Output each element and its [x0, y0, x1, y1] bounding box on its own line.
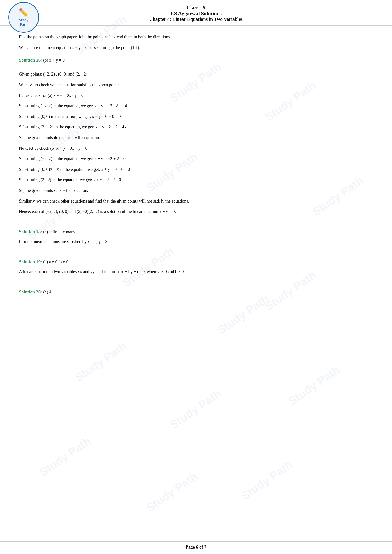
blank-line [19, 279, 373, 283]
watermark-text: Study Path [144, 470, 200, 514]
paragraph: Plot the points on the graph paper. Join… [19, 33, 373, 41]
paragraph: Substituting (0, 0)(0, 0) in the equatio… [19, 166, 373, 173]
rs-line: RS Aggarwal Solutions [149, 10, 243, 17]
paragraph: So, the given points satisfy the equatio… [19, 187, 373, 194]
blank-line [19, 219, 373, 223]
paragraph: Substituting (2, − 2) in the equation, w… [19, 123, 373, 131]
solution-answer: (d) 4 [42, 290, 51, 294]
paragraph: Similarly, we can check other equations … [19, 198, 373, 205]
blank-line [19, 249, 373, 253]
paragraph: Let us check for (a) x − y = 0x - y = 0 [19, 92, 373, 99]
solution-answer: (b) x + y = 0 [42, 58, 65, 62]
solution-label: Solution 18: [19, 229, 42, 234]
solution-answer: (a) a ≠ 0, b ≠ 0 [42, 260, 69, 264]
paragraph: We have to check which equation satisfie… [19, 81, 373, 89]
paragraph: A linear equation in two variables xx an… [19, 268, 373, 276]
paragraph: Substituting (−2, 2) in the equation, we… [19, 102, 373, 110]
page-number: Page 6 of 7 [186, 545, 206, 549]
watermark-text: Study Path [286, 363, 342, 408]
watermark-text: Study Path [239, 458, 295, 503]
paragraph: Hence, each of (−2, 2), (0, 0) and (2, −… [19, 208, 373, 215]
chapter-line: Chapter 4: Linear Equations in Two Varia… [149, 17, 243, 22]
watermark-text: Study Path [37, 434, 93, 479]
logo-text: Study Path [19, 18, 28, 27]
paragraph: Given points: (−2, 2) , (0, 0) and (2, −… [19, 71, 373, 78]
header-text: Class - 9 RS Aggarwal Solutions Chapter … [149, 4, 243, 22]
paragraph: Substituting (2,−2) in the equation, we … [19, 176, 373, 184]
solution-block: Solution 20: (d) 4 [19, 288, 373, 296]
page: Study PathStudy PathStudy PathStudy Path… [0, 0, 392, 554]
solution-block: Solution 19: (a) a ≠ 0, b ≠ 0 [19, 258, 373, 266]
paragraph: Substituting (−2, 2) in the equation, we… [19, 155, 373, 162]
page-header: ✏️ Study Path Class - 9 RS Aggarwal Solu… [0, 0, 392, 26]
main-content: Plot the points on the graph paper. Join… [0, 26, 392, 317]
paragraph: Now, let us check (b) x + y = 0x + y = 0 [19, 145, 373, 152]
watermark-text: Study Path [168, 387, 224, 432]
paragraph: We can see the linear equation x − y = 0… [19, 44, 373, 51]
paragraph: Infinite linear equations are satisfied … [19, 238, 373, 245]
solution-block: Solution 18: (c) Infinitely many [19, 228, 373, 236]
solution-block: Solution 16: (b) x + y = 0 [19, 56, 373, 64]
solution-label: Solution 19: [19, 259, 42, 264]
class-line: Class - 9 [149, 4, 243, 10]
page-footer: Page 6 of 7 [0, 541, 392, 550]
paragraph: Substituting (0, 0) in the equation, we … [19, 113, 373, 120]
blank-line [19, 66, 373, 71]
solution-label: Solution 16: [19, 58, 42, 62]
paragraph: So, the given points do not satisfy the … [19, 134, 373, 141]
watermark-text: Study Path [73, 339, 129, 384]
solution-label: Solution 20: [19, 290, 42, 294]
logo-icon: ✏️ [19, 8, 29, 18]
solution-answer: (c) Infinitely many [42, 229, 75, 234]
